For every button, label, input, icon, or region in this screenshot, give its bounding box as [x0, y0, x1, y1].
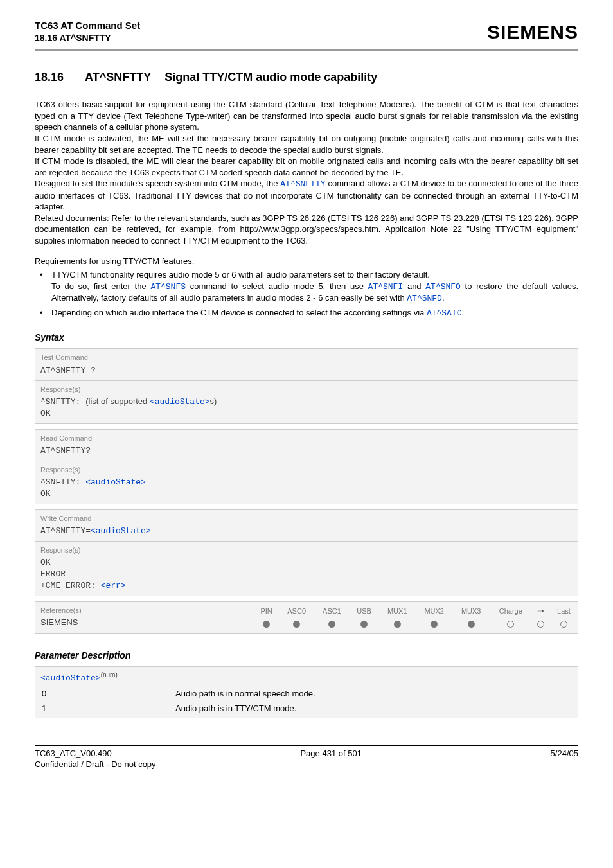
text-run: TTY/CTM functionality requires audio mod…: [51, 270, 430, 279]
dot-empty-icon: [537, 621, 544, 628]
test-command: AT^SNFTTY=?: [40, 366, 96, 375]
write-command-box: Write Command AT^SNFTTY=<audioState> Res…: [35, 509, 578, 596]
header-divider: [35, 49, 578, 51]
write-command: AT^SNFTTY=<audioState>: [35, 524, 578, 541]
write-response: OK ERROR +CME ERROR: <err>: [35, 556, 578, 596]
box-label: Response(s): [35, 381, 578, 395]
col-arrow: ➝: [532, 602, 550, 618]
text-run: AT^SNFTTY=: [40, 526, 91, 536]
command-link[interactable]: AT^SNFD: [407, 294, 442, 303]
dot-filled-icon: [431, 621, 438, 628]
body-paragraph: Related documents: Refer to the relevant…: [35, 213, 578, 247]
command-link[interactable]: AT^SNFTTY: [280, 179, 325, 189]
dot-empty-icon: [560, 621, 567, 628]
header-left: TC63 AT Command Set 18.16 AT^SNFTTY: [35, 19, 140, 44]
col-usb: USB: [350, 602, 379, 618]
brand-logo: SIEMENS: [487, 19, 578, 44]
param-link[interactable]: <audioState>: [91, 526, 151, 536]
col-mux1: MUX1: [378, 602, 415, 618]
param-description: Audio path is in TTY/CTM mode.: [175, 704, 573, 714]
dot-filled-icon: [328, 621, 335, 628]
box-label: Response(s): [35, 542, 578, 556]
text-run: Designed to set the module's speech syst…: [35, 179, 280, 188]
list-item: TTY/CTM functionality requires audio mod…: [35, 269, 578, 305]
syntax-heading: Syntax: [35, 332, 578, 343]
text-run: ^SNFTTY:: [40, 477, 85, 487]
error-text: ERROR: [40, 569, 66, 579]
requirements-list: TTY/CTM functionality requires audio mod…: [35, 269, 578, 319]
ok-text: OK: [40, 558, 51, 567]
text-run: s): [210, 396, 217, 406]
command-link[interactable]: AT^SNFO: [425, 282, 461, 292]
table-row: [254, 618, 578, 633]
dot-filled-icon: [360, 621, 368, 628]
body-paragraph: If CTM mode is activated, the ME will se…: [35, 133, 578, 155]
ok-text: OK: [40, 489, 51, 499]
col-charge: Charge: [490, 602, 532, 618]
param-value: 0: [40, 689, 175, 700]
section-number: 18.16: [35, 70, 64, 85]
section-heading-text: Signal TTY/CTM audio mode capability: [164, 71, 377, 84]
page-footer: TC63_ATC_V00.490 Page 431 of 501 5/24/05: [35, 748, 578, 759]
body-paragraph: TC63 offers basic support for equipment …: [35, 99, 578, 133]
col-last: Last: [550, 602, 578, 618]
doc-title: TC63 AT Command Set: [35, 19, 140, 32]
read-command: AT^SNFTTY?: [40, 446, 91, 456]
text-run: To do so, first enter the: [51, 281, 150, 291]
text-run: .: [462, 308, 465, 317]
reference-box: Reference(s) SIEMENS PIN ASC0 ASC1 USB M…: [35, 601, 578, 634]
dot-filled-icon: [263, 621, 270, 628]
col-asc0: ASC0: [279, 602, 314, 618]
dot-filled-icon: [468, 621, 475, 628]
parameter-heading: Parameter Description: [35, 650, 578, 661]
box-label: Response(s): [35, 461, 578, 475]
table-header-row: PIN ASC0 ASC1 USB MUX1 MUX2 MUX3 Charge …: [254, 602, 578, 618]
text-run: Depending on which audio interface the C…: [51, 308, 427, 317]
dot-filled-icon: [394, 621, 401, 628]
requirements-intro: Requirements for using TTY/CTM features:: [35, 256, 578, 267]
section-title: 18.16 AT^SNFTTY Signal TTY/CTM audio mod…: [35, 70, 578, 85]
col-mux3: MUX3: [452, 602, 489, 618]
section-command: AT^SNFTTY: [85, 70, 151, 85]
parameter-name: <audioState>(num): [40, 671, 573, 684]
box-label: Write Command: [35, 510, 578, 524]
param-link[interactable]: <audioState>: [40, 674, 101, 684]
box-label: Test Command: [35, 349, 578, 363]
footer-confidential: Confidential / Draft - Do not copy: [35, 759, 578, 770]
dot-filled-icon: [293, 621, 300, 628]
test-response: ^SNFTTY: (list of supported <audioState>…: [35, 395, 578, 423]
footer-left: TC63_ATC_V00.490: [35, 748, 112, 759]
param-link[interactable]: <audioState>: [150, 397, 210, 407]
body-paragraph: Designed to set the module's speech syst…: [35, 178, 578, 213]
text-run: and: [403, 281, 425, 291]
param-link[interactable]: <audioState>: [85, 477, 146, 487]
ok-text: OK: [40, 409, 51, 418]
read-command-box: Read Command AT^SNFTTY? Response(s) ^SNF…: [35, 429, 578, 504]
footer-right: 5/24/05: [551, 748, 578, 759]
page-header: TC63 AT Command Set 18.16 AT^SNFTTY SIEM…: [35, 19, 578, 44]
param-type: (num): [101, 671, 118, 678]
command-link[interactable]: AT^SNFS: [150, 282, 186, 292]
col-mux2: MUX2: [416, 602, 452, 618]
text-run: command to select audio mode 5, then use: [186, 281, 368, 291]
dot-empty-icon: [507, 621, 514, 628]
footer-center: Page 431 of 501: [300, 748, 361, 759]
doc-subtitle: 18.16 AT^SNFTTY: [35, 32, 140, 44]
text-run: ^SNFTTY:: [40, 397, 85, 407]
table-row: 1 Audio path is in TTY/CTM mode.: [40, 704, 573, 714]
arrow-right-icon: ➝: [537, 606, 544, 617]
box-label: Reference(s): [35, 602, 254, 616]
command-link[interactable]: AT^SNFI: [368, 282, 404, 292]
command-link[interactable]: AT^SAIC: [427, 308, 462, 318]
read-response: ^SNFTTY: <audioState> OK: [35, 475, 578, 504]
test-command-box: Test Command AT^SNFTTY=? Response(s) ^SN…: [35, 348, 578, 423]
text-run: .: [442, 293, 445, 303]
footer-divider: [35, 745, 578, 746]
reference-value: SIEMENS: [35, 616, 254, 632]
col-pin: PIN: [254, 602, 279, 618]
param-description: Audio path is in normal speech mode.: [175, 689, 573, 700]
table-row: 0 Audio path is in normal speech mode.: [40, 689, 573, 700]
param-link[interactable]: <err>: [101, 581, 126, 590]
list-item: Depending on which audio interface the C…: [35, 307, 578, 319]
col-asc1: ASC1: [314, 602, 350, 618]
